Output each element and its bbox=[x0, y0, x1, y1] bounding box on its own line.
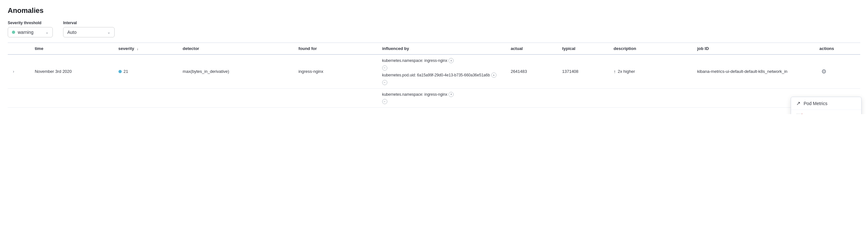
interval-value: Auto bbox=[67, 30, 76, 35]
add-filter-icon-bottom[interactable]: + bbox=[491, 73, 496, 78]
table-header-row: time severity ↓ detector found for influ… bbox=[8, 43, 860, 54]
anomalies-table: time severity ↓ detector found for influ… bbox=[8, 43, 860, 108]
description-cell: ↑ 2x higher bbox=[610, 54, 693, 88]
interval-label: Interval bbox=[63, 21, 115, 25]
interval-group: Interval Auto ⌄ bbox=[63, 21, 115, 37]
external-link-icon: ↗ bbox=[796, 100, 800, 106]
th-time: time bbox=[31, 43, 115, 54]
pod-metrics-menu-item[interactable]: ↗ Pod Metrics bbox=[791, 97, 861, 110]
typical-cell: 1371408 bbox=[558, 54, 610, 88]
severity-dot bbox=[12, 31, 15, 34]
detector-cell: max(bytes_in_derivative) bbox=[179, 54, 294, 88]
page-container: Anomalies Severity threshold warning ⌄ I… bbox=[0, 0, 868, 114]
add-filter-icon-2[interactable]: + bbox=[448, 92, 454, 97]
table-row-below: kubernetes.namespace: ingress-nginx + − bbox=[8, 88, 860, 108]
th-actual: actual bbox=[507, 43, 558, 54]
remove-filter-icon-bottom[interactable]: − bbox=[382, 80, 387, 85]
chevron-down-icon-interval: ⌄ bbox=[107, 30, 111, 34]
th-typical: typical bbox=[558, 43, 610, 54]
expand-button[interactable]: › bbox=[11, 69, 16, 75]
severity-cell: 21 bbox=[115, 54, 179, 88]
interval-dropdown[interactable]: Auto ⌄ bbox=[63, 27, 115, 37]
add-filter-icon-top[interactable]: + bbox=[448, 58, 454, 63]
controls-row: Severity threshold warning ⌄ Interval Au… bbox=[8, 21, 860, 37]
found-for-cell: ingress-nginx bbox=[294, 54, 378, 88]
severity-threshold-dropdown[interactable]: warning ⌄ bbox=[8, 27, 53, 37]
view-series-menu-item[interactable]: 📈 View series bbox=[791, 110, 861, 114]
anomalies-table-wrapper: time severity ↓ detector found for influ… bbox=[8, 43, 860, 108]
sort-icon: ↓ bbox=[136, 47, 138, 51]
actual-cell: 2641483 bbox=[507, 54, 558, 88]
severity-indicator bbox=[119, 70, 122, 73]
job-id-cell: kibana-metrics-ui-default-default-k8s_ne… bbox=[693, 54, 815, 88]
actions-cell: ⚙ bbox=[815, 54, 860, 88]
remove-filter-icon-top[interactable]: − bbox=[382, 65, 387, 71]
remove-filter-icon-2[interactable]: − bbox=[382, 99, 387, 104]
severity-threshold-label: Severity threshold bbox=[8, 21, 53, 25]
up-arrow-icon: ↑ bbox=[614, 69, 616, 74]
page-title: Anomalies bbox=[8, 6, 860, 15]
empty-cells bbox=[8, 88, 294, 108]
severity-threshold-value: warning bbox=[18, 30, 33, 35]
th-found-for: found for bbox=[294, 43, 378, 54]
th-description: description bbox=[610, 43, 693, 54]
th-actions: actions bbox=[815, 43, 860, 54]
chart-line-icon: 📈 bbox=[796, 113, 803, 114]
empty-found-for bbox=[294, 88, 378, 108]
th-expand bbox=[8, 43, 31, 54]
influenced-by-cell: kubernetes.namespace: ingress-nginx + − … bbox=[378, 54, 507, 88]
actions-dropdown-menu: ↗ Pod Metrics 📈 View series ☰ Configure … bbox=[791, 97, 862, 114]
table-row: › November 3rd 2020 21 max(bytes_in_deri… bbox=[8, 54, 860, 88]
time-cell: November 3rd 2020 bbox=[31, 54, 115, 88]
th-influenced-by: influenced by bbox=[378, 43, 507, 54]
influenced-by-cell-2: kubernetes.namespace: ingress-nginx + − bbox=[378, 88, 507, 108]
th-detector: detector bbox=[179, 43, 294, 54]
th-job-id: job ID bbox=[693, 43, 815, 54]
severity-threshold-group: Severity threshold warning ⌄ bbox=[8, 21, 53, 37]
expand-cell: › bbox=[8, 54, 31, 88]
actions-gear-button[interactable]: ⚙ bbox=[819, 67, 828, 76]
th-severity[interactable]: severity ↓ bbox=[115, 43, 179, 54]
chevron-down-icon: ⌄ bbox=[45, 30, 49, 34]
